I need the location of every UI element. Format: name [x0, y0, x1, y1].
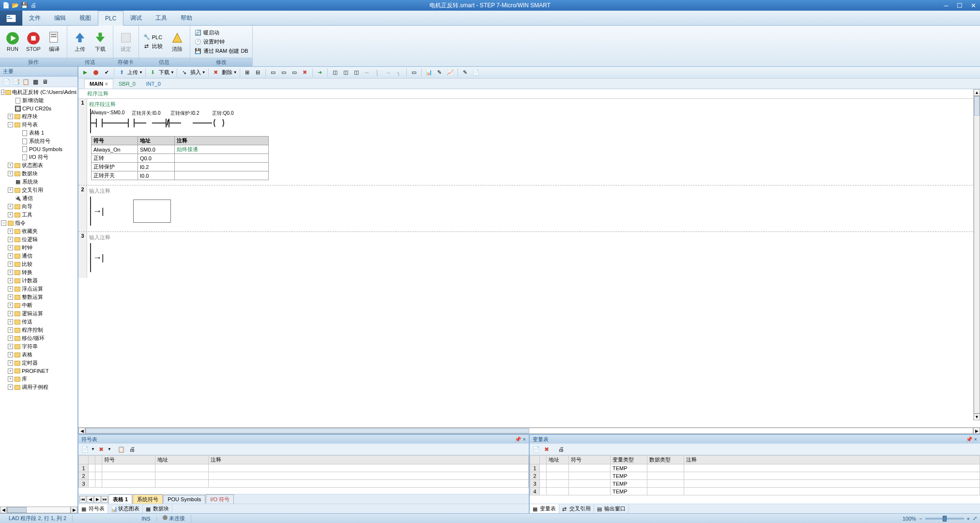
contact-no-1[interactable]	[91, 118, 114, 128]
zoom-fit-button[interactable]: ⤢	[973, 515, 977, 522]
contact-nc-1[interactable]: /	[152, 118, 181, 128]
ts-upload-label[interactable]: 上传	[127, 69, 138, 76]
tree-project[interactable]: −电机正反转 (C:\Users\Admi	[0, 88, 77, 96]
ts-icon-r[interactable]: 📈	[445, 68, 455, 77]
tree-table[interactable]: +表格	[0, 351, 77, 359]
tree-logicops[interactable]: +逻辑运算	[0, 309, 77, 318]
tree-tools[interactable]: +工具	[0, 211, 77, 219]
ts-icon-h[interactable]: ◫	[330, 68, 340, 77]
compile-button[interactable]: 编译	[45, 30, 64, 54]
etab-int[interactable]: INT_0	[141, 79, 166, 89]
network-1-comment[interactable]: 程序段注释	[89, 100, 978, 109]
tab-edit[interactable]: 编辑	[47, 11, 73, 25]
ts-icon-l[interactable]: │	[373, 68, 383, 77]
download-button[interactable]: 下载	[91, 30, 110, 54]
tree-symboltable[interactable]: −符号表	[0, 121, 77, 129]
upload-button[interactable]: 上传	[70, 30, 90, 54]
sym-grid[interactable]: 符号地址注释 1 2 3	[78, 455, 529, 488]
ts-icon-g[interactable]: ➜	[315, 68, 325, 77]
ts-icon-e[interactable]: ▭	[290, 68, 299, 77]
tree-statuschart[interactable]: +状态图表	[0, 161, 77, 169]
ts-icon-m[interactable]: →	[383, 68, 393, 77]
save-icon[interactable]: 💾	[20, 1, 28, 9]
sheet-nav-first[interactable]: ⏮	[79, 496, 86, 503]
tree-datablock[interactable]: +数据块	[0, 169, 77, 178]
tree-cpu[interactable]: 🔲CPU CR20s	[0, 105, 77, 112]
plc-row[interactable]: 🔧PLC	[142, 33, 164, 42]
ts-stop-icon[interactable]	[91, 68, 101, 77]
btab-crossref[interactable]: ⇄交叉引用	[559, 504, 594, 513]
tree-shiftrotate[interactable]: +移位/循环	[0, 334, 77, 342]
sym-tb-icon-4[interactable]: 🖨	[128, 445, 137, 454]
network-2-comment[interactable]: 输入注释	[89, 186, 978, 196]
tree-timers[interactable]: +定时器	[0, 359, 77, 367]
sym-tb-delete-icon[interactable]: ✖	[97, 445, 106, 454]
ts-icon-k[interactable]: ─	[362, 68, 372, 77]
editor-vscroll[interactable]: ▲▼	[973, 89, 980, 420]
compare-row[interactable]: ⇄比较	[142, 42, 164, 51]
network-3[interactable]: 3 输入注释 →|	[78, 232, 980, 278]
tree-tb-icon-4[interactable]: ▦	[31, 77, 40, 86]
sheet-syssym[interactable]: 系统符号	[133, 494, 163, 504]
tree-profinet[interactable]: +PROFINET	[0, 367, 77, 375]
ts-run-icon[interactable]	[80, 68, 90, 77]
tree-favorites[interactable]: +收藏夹	[0, 227, 77, 235]
pin-icon[interactable]: 📌	[515, 436, 521, 443]
network-3-comment[interactable]: 输入注释	[89, 233, 978, 242]
btab-vartable[interactable]: ▦变量表	[530, 504, 559, 513]
app-menu-button[interactable]	[0, 11, 22, 26]
sym-tb-new-icon[interactable]: 📄	[80, 445, 89, 454]
ts-icon-n[interactable]: ┐	[394, 68, 404, 77]
output-coil[interactable]	[193, 118, 226, 128]
ts-icon-s[interactable]: ✎	[460, 68, 470, 77]
tree-interrupt[interactable]: +中断	[0, 301, 77, 309]
tree-library[interactable]: +库	[0, 375, 77, 383]
ramdb-row[interactable]: 💾通过 RAM 创建 DB	[193, 46, 249, 55]
tree-systemblock[interactable]: ▦系统块	[0, 178, 77, 186]
btab-datablock[interactable]: ▦数据块	[143, 504, 172, 513]
ts-icon-f[interactable]: ✖	[300, 68, 310, 77]
btab-output[interactable]: ▤输出窗口	[594, 504, 629, 513]
sheet-nav-next[interactable]: ▶	[94, 496, 101, 503]
var-close-icon[interactable]: ×	[974, 436, 977, 443]
tree-tb-icon-1[interactable]: 📄	[2, 77, 11, 86]
selection-box[interactable]	[133, 200, 171, 223]
tree-comm2[interactable]: +通信	[0, 252, 77, 260]
stop-button[interactable]: STOP	[23, 31, 44, 53]
tree-iosymbols[interactable]: I/O 符号	[0, 153, 77, 161]
ts-icon-j[interactable]: ◫	[352, 68, 361, 77]
tab-help[interactable]: 帮助	[174, 11, 199, 25]
tab-file[interactable]: 文件	[22, 11, 47, 25]
rung-1[interactable]: Always~:SM0.0 正转开关:I0.0 正转保护:I0.2 正转:Q0.…	[89, 109, 331, 133]
ts-icon-d[interactable]: ▭	[279, 68, 289, 77]
tree-pousymbols[interactable]: POU Symbols	[0, 145, 77, 153]
tree-hscroll[interactable]: ◀▶	[0, 507, 77, 513]
editor-hscroll[interactable]: ◀▶	[78, 427, 980, 434]
ts-download-icon[interactable]: ⬇	[148, 68, 158, 77]
ts-delete-icon[interactable]: ✖	[211, 68, 221, 77]
project-tree[interactable]: −电机正反转 (C:\Users\Admi 新增功能 🔲CPU CR20s +程…	[0, 87, 77, 507]
tree-table1[interactable]: 表格 1	[0, 129, 77, 137]
var-tb-delete-icon[interactable]: ✖	[542, 445, 551, 454]
ts-icon-q[interactable]: ✎	[435, 68, 444, 77]
tree-tb-icon-3[interactable]: 📋	[21, 77, 30, 86]
tree-programblock[interactable]: +程序块	[0, 112, 77, 121]
etab-sbr[interactable]: SBR_0	[113, 79, 141, 89]
tab-view[interactable]: 视图	[73, 11, 98, 25]
network-2[interactable]: 2 输入注释 →|	[78, 185, 980, 232]
zoom-out-button[interactable]: −	[919, 516, 922, 522]
tree-intmath[interactable]: +整数运算	[0, 293, 77, 301]
var-grid[interactable]: 地址符号变量类型数据类型注释 1TEMP 2TEMP 3TEMP 4TEMP	[530, 455, 980, 495]
btab-statuschart[interactable]: 📊状态图表	[108, 504, 143, 513]
tree-wizards[interactable]: +向导	[0, 202, 77, 211]
etab-main[interactable]: MAIN×	[84, 79, 113, 89]
zoom-in-button[interactable]: +	[967, 516, 970, 522]
tree-comm[interactable]: 🔌通信	[0, 194, 77, 202]
tree-clock[interactable]: +时钟	[0, 244, 77, 252]
var-pin-icon[interactable]: 📌	[966, 436, 973, 443]
ts-delete-label[interactable]: 删除	[222, 69, 232, 76]
ts-insert-label[interactable]: 插入	[190, 69, 201, 76]
ts-insert-icon[interactable]: ↘	[180, 68, 189, 77]
program-comment[interactable]: 程序注释	[78, 89, 980, 99]
tree-bitlogic[interactable]: +位逻辑	[0, 235, 77, 244]
